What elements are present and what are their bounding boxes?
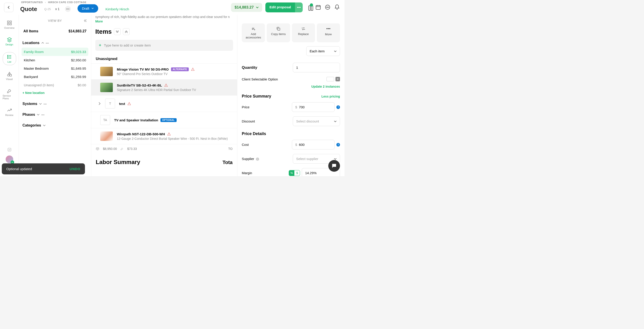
total-price-dropdown[interactable]: $14,883.27 xyxy=(231,3,262,12)
alternate-badge: ALTERNATE xyxy=(171,68,189,71)
replace-label: Replace xyxy=(298,32,309,36)
shapes-icon xyxy=(7,72,12,77)
chevron-down-icon xyxy=(256,6,259,9)
chat-icon[interactable] xyxy=(325,4,331,10)
calendar-icon[interactable] xyxy=(315,4,322,10)
location-price: $9,023.33 xyxy=(71,50,86,54)
each-item-select[interactable]: Each item xyxy=(306,46,340,56)
edit-proposal-button[interactable]: Edit proposal xyxy=(265,2,295,12)
group-systems-menu[interactable]: ••• xyxy=(44,102,47,106)
box-icon xyxy=(96,147,99,150)
breadcrumb-leaf[interactable]: HIRSCH CAPE COD COTTAGE xyxy=(48,1,86,4)
more-link[interactable]: More xyxy=(95,20,103,23)
discount-select[interactable]: Select discount xyxy=(293,116,340,126)
client-selectable-option-toggle[interactable] xyxy=(326,77,334,81)
location-family-room[interactable]: Family Room $9,023.33 xyxy=(22,48,88,56)
cost-input[interactable] xyxy=(299,143,331,146)
more-actions-button[interactable]: ••• More xyxy=(317,23,340,42)
svg-point-11 xyxy=(8,58,8,59)
chat-fab[interactable] xyxy=(328,160,340,172)
item-thumbnail xyxy=(100,67,113,76)
price-help-icon[interactable]: ? xyxy=(336,106,340,109)
group-locations-header[interactable]: Locations ••• xyxy=(22,40,88,46)
less-pricing-link[interactable]: Less pricing xyxy=(322,94,340,98)
item-row-test[interactable]: T test xyxy=(91,95,237,112)
items-subtotal: $8,950.00 xyxy=(103,147,117,150)
svg-rect-0 xyxy=(316,6,320,9)
rail-list[interactable]: List xyxy=(3,52,16,65)
supplier-placeholder: Select supplier xyxy=(296,157,318,161)
warning-icon xyxy=(167,132,171,136)
group-categories-header[interactable]: Categories xyxy=(22,122,88,129)
chevron-down-icon xyxy=(43,124,46,127)
group-phases-header[interactable]: Phases ••• xyxy=(22,111,88,118)
status-dropdown[interactable]: Draft xyxy=(78,4,98,12)
rail-design[interactable]: Design xyxy=(3,36,16,47)
item-row-sunbrite[interactable]: SunBriteTV SB-S2-43-4K-BL Signature 2 Se… xyxy=(91,79,237,95)
add-accessories-button[interactable]: Add accessories xyxy=(242,23,265,42)
add-item-input[interactable]: + Type here to add or create item xyxy=(95,40,233,51)
item-thumbnail: T xyxy=(105,99,115,108)
checkbox-icon[interactable] xyxy=(7,148,12,152)
page-title: Quote xyxy=(20,6,37,12)
margin-label: Margin xyxy=(242,171,252,175)
svg-point-12 xyxy=(8,74,9,76)
new-location-button[interactable]: + New location xyxy=(22,89,88,96)
item-row-mirage[interactable]: Mirage Vision TV MV 50 DS-PRO ALTERNATE … xyxy=(91,63,237,79)
collapse-all-button[interactable] xyxy=(114,28,121,35)
location-unassigned[interactable]: Unassigned (0 item) $0.00 xyxy=(22,81,88,89)
percent-option[interactable]: % xyxy=(289,170,294,176)
item-row-wirepath[interactable]: Wirepath NST-122-DB-500-WH 12-Gauge 2-Co… xyxy=(91,128,237,144)
back-button[interactable] xyxy=(4,3,14,12)
avatar[interactable] xyxy=(6,156,13,163)
totals-right-fragment: TO xyxy=(228,147,232,150)
rail-review[interactable]: Review xyxy=(3,106,16,118)
all-items-row[interactable]: All Items $14,883.27 xyxy=(22,27,88,36)
currency-prefix: $ xyxy=(295,105,297,109)
chevron-down-icon xyxy=(334,158,336,160)
status-label: Draft xyxy=(82,6,90,10)
group-phases-menu[interactable]: ••• xyxy=(41,113,44,116)
svg-point-10 xyxy=(8,57,8,57)
rail-visual[interactable]: Visual xyxy=(3,70,16,82)
location-kitchen[interactable]: Kitchen $2,950.00 xyxy=(22,56,88,64)
group-systems-header[interactable]: Systems ••• xyxy=(22,100,88,107)
item-name: test xyxy=(119,102,125,106)
item-name: TV and Speaker Installation xyxy=(114,118,158,122)
price-input[interactable] xyxy=(299,105,331,109)
svg-rect-7 xyxy=(8,23,9,25)
owner-link[interactable]: Kimberly Hirsch xyxy=(106,7,129,11)
location-master-bedroom[interactable]: Master Bedroom $1,649.95 xyxy=(22,64,88,72)
cost-help-icon[interactable]: ? xyxy=(336,143,340,146)
breadcrumb-root[interactable]: OPPORTUNITIES xyxy=(21,1,43,4)
rail-overview[interactable]: Overview xyxy=(3,19,16,30)
location-backyard[interactable]: Backyard $1,259.99 xyxy=(22,72,88,81)
dollar-option[interactable]: $ xyxy=(294,170,300,176)
supplier-label: Supplier i xyxy=(242,157,259,161)
item-row-tv-speaker-install[interactable]: TA TV and Speaker Installation OPTIONAL xyxy=(91,112,237,128)
chevron-right-icon[interactable] xyxy=(98,102,101,105)
toast-undo-button[interactable]: UNDO xyxy=(70,167,80,171)
book-icon[interactable] xyxy=(306,4,312,10)
group-locations-menu[interactable]: ••• xyxy=(46,41,49,45)
bell-icon[interactable] xyxy=(334,4,340,10)
svg-point-3 xyxy=(328,7,328,8)
collapse-sidebar-button[interactable] xyxy=(83,19,88,23)
quantity-input[interactable] xyxy=(293,63,340,72)
labor-summary-header: Labor Summary xyxy=(96,159,140,166)
margin-unit-toggle[interactable]: % $ xyxy=(289,170,300,176)
rail-service-plans[interactable]: Service Plans xyxy=(3,87,16,101)
client-selectable-option-label: Client Selectable Option xyxy=(242,77,278,81)
copy-items-button[interactable]: Copy items xyxy=(267,23,290,42)
svg-rect-15 xyxy=(278,28,280,30)
quote-version[interactable]: v 1 xyxy=(55,7,60,11)
quote-more-button[interactable]: ••• xyxy=(65,6,71,12)
expand-all-button[interactable] xyxy=(123,28,130,35)
update-instances-link[interactable]: Update 2 instances xyxy=(311,85,340,88)
edit-proposal-menu-button[interactable]: ••• xyxy=(295,2,303,12)
breadcrumb[interactable]: OPPORTUNITIES › HIRSCH CAPE COD COTTAGE xyxy=(21,1,86,4)
client-selectable-option-clear[interactable]: ✕ xyxy=(336,77,340,81)
item-name: Mirage Vision TV MV 50 DS-PRO xyxy=(117,68,169,71)
replace-button[interactable]: Replace xyxy=(292,23,315,42)
info-icon[interactable]: i xyxy=(256,158,259,161)
